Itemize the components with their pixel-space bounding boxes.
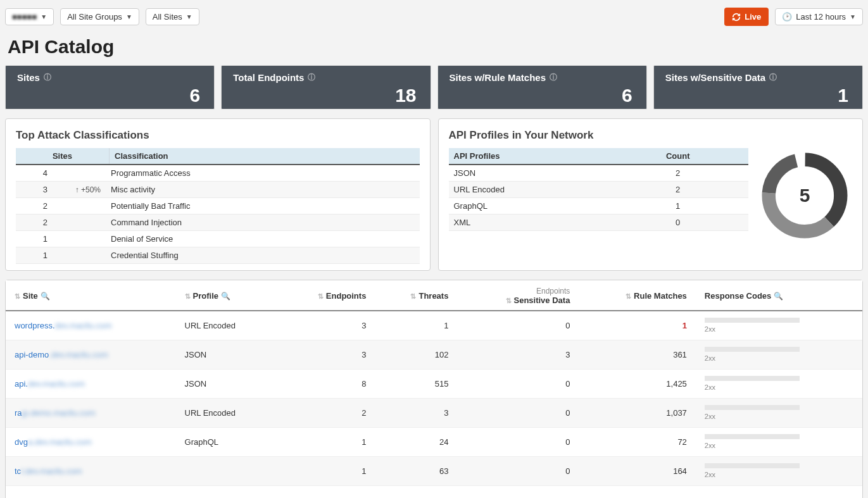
site-link[interactable]: api-demo.dev.macltu.com [15, 350, 108, 359]
cell-rule-matches: 1,037 [579, 399, 695, 428]
column-header-threats[interactable]: ⇅Threats [375, 280, 457, 311]
cell-profile: JSON [176, 340, 277, 370]
attack-row-name: Command Injection [110, 218, 420, 227]
site-link[interactable]: wordpress.dev.macltu.com [15, 321, 112, 330]
api-profile-row[interactable]: JSON2 [449, 165, 749, 182]
site-link[interactable]: tcl.dev.macltu.com [15, 466, 82, 476]
response-bar [705, 318, 800, 323]
attack-classification-row[interactable]: 2Potentially Bad Traffic [16, 198, 420, 215]
attack-row-count: 3 [16, 185, 59, 194]
attack-classification-row[interactable]: 4Programmatic Access [16, 165, 420, 182]
cell-endpoints: 2 [277, 399, 375, 428]
cell-threats: 3 [375, 399, 457, 428]
column-header-sensitive-data[interactable]: Endpoints⇅Sensitive Data [457, 280, 579, 311]
cell-response-codes: 2xx [696, 428, 862, 457]
cell-site: api-demo.dev.macltu.com [6, 340, 176, 370]
profile-count: 2 [607, 185, 748, 194]
time-range-dropdown[interactable]: 🕑 Last 12 hours ▼ [775, 8, 863, 25]
search-icon[interactable]: 🔍 [41, 292, 50, 301]
column-header-endpoints[interactable]: ⇅Endpoints [277, 280, 375, 311]
kpi-sensitive-data: Sites w/Sensitive Dataⓘ 1 [653, 65, 863, 109]
api-profiles-panel: API Profiles in Your Network API Profile… [438, 118, 864, 271]
column-header-api-profiles[interactable]: API Profiles [449, 148, 608, 164]
cell-rule-matches: 164 [579, 457, 695, 486]
kpi-value: 6 [622, 85, 632, 106]
response-label: 2xx [705, 383, 715, 391]
attack-classification-row[interactable]: 1Denial of Service [16, 231, 420, 247]
info-icon[interactable]: ⓘ [308, 72, 315, 83]
info-icon[interactable]: ⓘ [550, 72, 557, 83]
site-link[interactable]: dvga.dev.macltu.com [15, 437, 92, 447]
api-profile-row[interactable]: GraphQL1 [449, 198, 749, 215]
attack-classification-row[interactable]: 3↑ +50%Misc activity [16, 182, 420, 198]
org-dropdown[interactable]: ■■■■■ ▼ [5, 8, 54, 25]
cell-threats: 63 [375, 457, 457, 486]
api-profile-row[interactable]: URL Encoded2 [449, 182, 749, 198]
top-attack-classifications-panel: Top Attack Classifications Sites Classif… [5, 118, 431, 271]
cell-threats: 1 [375, 311, 457, 340]
response-bar [705, 434, 800, 439]
live-button[interactable]: Live [724, 8, 769, 26]
column-header-site[interactable]: ⇅Site🔍 [6, 280, 176, 311]
column-header-response-codes[interactable]: Response Codes🔍 [696, 280, 862, 311]
column-header-count[interactable]: Count [607, 148, 748, 164]
cell-threats: 102 [375, 340, 457, 370]
attack-row-count: 4 [16, 168, 59, 178]
cell-threats: 515 [375, 370, 457, 399]
search-icon[interactable]: 🔍 [221, 292, 230, 301]
cell-endpoints: 8 [277, 370, 375, 399]
table-row: api.dev.macltu.comJSON851501,4252xx [6, 370, 862, 399]
attack-classification-row[interactable]: 1Credential Stuffing [16, 247, 420, 264]
site-link[interactable]: rajp.demo.macltu.com [15, 408, 96, 418]
response-label: 2xx [705, 442, 715, 449]
live-button-label: Live [745, 12, 761, 22]
api-profile-row[interactable]: XML0 [449, 215, 749, 231]
chevron-down-icon: ▼ [850, 13, 856, 20]
sort-icon: ⇅ [318, 292, 324, 300]
attack-row-name: Denial of Service [110, 234, 420, 244]
column-header-profile[interactable]: ⇅Profile🔍 [176, 280, 277, 311]
clock-icon: 🕑 [782, 12, 792, 22]
sort-icon: ⇅ [626, 292, 631, 300]
cell-profile: JSON [176, 370, 277, 399]
attack-row-name: Potentially Bad Traffic [110, 201, 420, 211]
cell-site: tcl.dev.macltu.com [6, 457, 176, 486]
table-row: api-demo.dev.macltu.comJSON310233612xx [6, 340, 862, 370]
attack-classification-row[interactable]: 2Command Injection [16, 215, 420, 231]
sites-dropdown[interactable]: All Sites ▼ [146, 8, 199, 25]
cell-endpoints: 3 [277, 311, 375, 340]
column-header-sites[interactable]: Sites [16, 148, 110, 164]
attack-row-trend: ↑ +50% [59, 185, 110, 194]
table-row: dvga.dev.macltu.comGraphQL1240722xx [6, 428, 862, 457]
cell-sensitive: 0 [457, 370, 579, 399]
search-icon[interactable]: 🔍 [774, 292, 783, 301]
site-groups-label: All Site Groups [67, 12, 122, 22]
kpi-value: 18 [395, 85, 416, 106]
kpi-row: Sitesⓘ 6 Total Endpointsⓘ 18 Sites w/Rul… [5, 65, 863, 109]
sites-table-container: ⇅Site🔍 ⇅Profile🔍 ⇅Endpoints ⇅Threats End… [5, 280, 863, 498]
page-title: API Catalog [8, 36, 863, 58]
kpi-rule-matches: Sites w/Rule Matchesⓘ 6 [437, 65, 647, 109]
site-groups-dropdown[interactable]: All Site Groups ▼ [60, 8, 139, 25]
cell-rule-matches: 1,425 [579, 370, 695, 399]
sites-table: ⇅Site🔍 ⇅Profile🔍 ⇅Endpoints ⇅Threats End… [6, 280, 862, 486]
attack-row-count: 1 [16, 234, 59, 244]
column-header-classification[interactable]: Classification [110, 148, 420, 164]
horizontal-scrollbar[interactable] [15, 486, 853, 495]
site-link[interactable]: api.dev.macltu.com [15, 379, 85, 389]
attack-classifications-body[interactable]: 4Programmatic Access3↑ +50%Misc activity… [16, 165, 420, 264]
refresh-icon [732, 13, 741, 22]
top-toolbar: ■■■■■ ▼ All Site Groups ▼ All Sites ▼ Li… [5, 5, 863, 34]
sort-icon: ⇅ [15, 292, 20, 300]
info-icon[interactable]: ⓘ [44, 72, 51, 83]
sort-icon: ⇅ [410, 292, 416, 300]
info-icon[interactable]: ⓘ [769, 72, 777, 83]
api-profiles-donut-chart: 5 [757, 148, 852, 247]
attack-row-name: Credential Stuffing [110, 251, 420, 260]
kpi-sites: Sitesⓘ 6 [5, 65, 215, 109]
column-header-rule-matches[interactable]: ⇅Rule Matches [579, 280, 695, 311]
kpi-value: 6 [190, 85, 201, 106]
profile-count: 1 [607, 201, 748, 211]
profile-name: URL Encoded [449, 185, 608, 194]
response-bar [705, 463, 800, 468]
